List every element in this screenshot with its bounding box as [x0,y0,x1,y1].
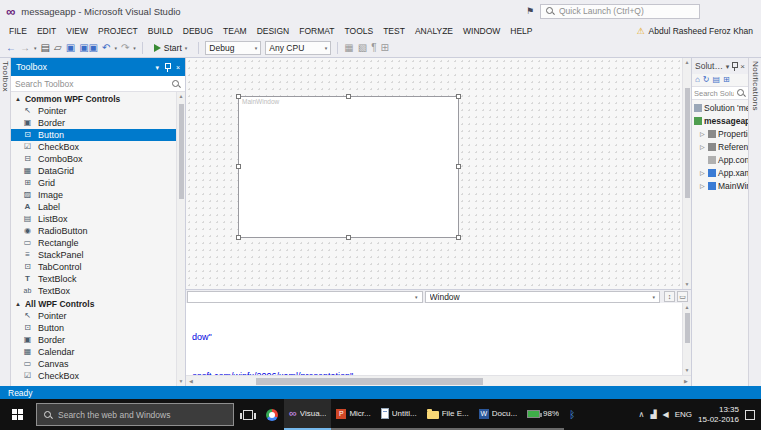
toolbox-item[interactable]: ListBox [11,213,176,225]
menu-item-format[interactable]: FORMAT [294,24,339,38]
signed-in-user[interactable]: ⚠ Abdul Rasheed Feroz Khan [636,26,757,36]
solution-explorer-header[interactable]: Solution Explorer ▾ × [692,58,748,74]
toolbox-item[interactable]: Pointer [11,310,176,322]
tree-item-properties[interactable]: ▷Properties [692,127,748,140]
start-button[interactable] [0,399,34,430]
pin-icon[interactable] [164,62,171,72]
scroll-down-icon[interactable]: ▼ [683,366,691,375]
design-window[interactable]: MainWindow [238,96,459,238]
indent-icon[interactable]: ⊞ [381,43,389,53]
home-icon[interactable]: ⌂ [695,76,700,84]
scrollbar-thumb[interactable] [179,104,184,199]
toolbox-item[interactable]: Border [11,117,176,129]
chevron-down-icon[interactable]: ▾ [133,45,136,51]
editor-horizontal-scrollbar[interactable]: ◀ ▶ [186,375,691,386]
toolbox-item[interactable]: TextBlock [11,273,176,285]
pin-icon[interactable] [731,61,738,71]
quick-launch-box[interactable] [540,4,700,19]
scroll-up-icon[interactable]: ▲ [177,92,185,101]
language-indicator[interactable]: ENG [675,410,692,419]
toolbox-item[interactable]: TextBox [11,285,176,297]
resize-handle[interactable] [456,164,461,169]
members-dropdown[interactable]: Window ▾ [425,291,661,303]
paragraph-icon[interactable]: ¶ [371,43,376,53]
menu-item-debug[interactable]: DEBUG [178,24,218,38]
xaml-editor[interactable]: dow" osoft.com/winfx/2006/xaml/presentat… [186,303,691,375]
resize-handle[interactable] [346,235,351,240]
menu-item-analyze[interactable]: ANALYZE [410,24,458,38]
new-file-icon[interactable]: ▤ [41,43,50,53]
close-icon[interactable]: × [176,64,180,71]
toolbox-item[interactable]: Border [11,334,176,346]
split-orientation-icon[interactable]: ▭ [677,291,688,302]
toolbox-item[interactable]: TabControl [11,261,176,273]
toolbox-tab[interactable]: Toolbox [1,61,10,386]
solution-search-box[interactable] [692,87,748,100]
tree-item-references[interactable]: ▷References [692,140,748,153]
design-surface[interactable]: MainWindow [186,58,682,289]
close-icon[interactable]: × [740,62,745,71]
tree-item-app-xaml[interactable]: ▷App.xaml [692,166,748,179]
scroll-up-icon[interactable]: ▲ [683,303,691,312]
window-position-icon[interactable]: ▾ [726,63,730,70]
show-hidden-icons[interactable]: ∧ [639,411,645,419]
editor-scrollbar[interactable]: ▲ ▼ [682,303,691,375]
debug-configuration-combo[interactable]: Debug ▾ [205,41,261,55]
redo-icon[interactable]: ↷ [121,43,129,53]
tree-item-mainwindow-xaml[interactable]: ▷MainWindow.xaml [692,179,748,192]
toolbox-category-common-wpf[interactable]: ▲ Common WPF Controls [11,92,176,105]
toolbox-item[interactable]: DataGrid [11,165,176,177]
network-icon[interactable]: ▟ [650,411,656,419]
scroll-down-icon[interactable]: ▼ [177,377,185,386]
menu-item-project[interactable]: PROJECT [93,24,143,38]
taskbar-app-notepad[interactable]: Untitl... [376,399,422,430]
toolbox-category-all-wpf[interactable]: ▲ All WPF Controls [11,297,176,310]
taskbar-search-box[interactable] [36,403,234,426]
taskbar-app-office[interactable]: P Micr... [331,399,375,430]
toolbox-item[interactable]: ComboBox [11,153,176,165]
toolbox-item[interactable]: Pointer [11,105,176,117]
toolbox-item[interactable]: Label [11,201,176,213]
menu-item-help[interactable]: HELP [505,24,537,38]
menu-item-window[interactable]: WINDOW [458,24,505,38]
scroll-up-icon[interactable]: ▲ [683,58,691,67]
resize-handle[interactable] [456,235,461,240]
toolbox-scrollbar[interactable]: ▲ ▼ [176,92,185,386]
scrollbar-thumb[interactable] [685,313,690,343]
taskbar-app-battery[interactable]: 98% [522,399,564,430]
scroll-left-icon[interactable]: ◀ [186,376,196,386]
toolbox-item[interactable]: Image [11,189,176,201]
taskbar-clock[interactable]: 13:35 15-02-2016 [698,405,739,425]
toolbox-item[interactable]: Grid [11,177,176,189]
taskbar-app-word[interactable]: W Docu... [474,399,522,430]
toolbox-header[interactable]: Toolbox ▾ × [11,58,185,76]
menu-item-view[interactable]: VIEW [61,24,93,38]
resize-handle[interactable] [236,235,241,240]
collapse-all-icon[interactable]: ▤ [713,76,721,84]
save-all-icon[interactable]: ▣▣ [79,43,98,53]
menu-item-edit[interactable]: EDIT [32,24,61,38]
show-all-files-icon[interactable]: ⊞ [723,76,730,84]
window-position-icon[interactable]: ▾ [155,64,159,71]
quick-launch-input[interactable] [559,6,695,16]
designer-scrollbar[interactable]: ▲ ▼ [682,58,691,289]
tree-item-app-config[interactable]: App.config [692,153,748,166]
taskbar-search-input[interactable] [58,410,227,420]
resize-handle[interactable] [236,164,241,169]
toolbox-item[interactable]: Calendar [11,346,176,358]
expander-icon[interactable]: ▷ [700,143,706,150]
resize-handle[interactable] [346,94,351,99]
tree-item-project[interactable]: messageapp [692,114,748,127]
expander-icon[interactable]: ▷ [700,169,706,176]
task-view-button[interactable] [236,399,260,430]
scrollbar-thumb[interactable] [685,88,690,198]
navigate-forward-icon[interactable]: → [20,43,30,53]
types-dropdown[interactable]: ▾ [187,291,423,303]
menu-item-test[interactable]: TEST [378,24,410,38]
taskbar-app-file-explorer[interactable]: File E... [422,399,474,430]
find-in-files-icon[interactable]: ▦ [344,43,353,53]
menu-item-design[interactable]: DESIGN [252,24,295,38]
undo-icon[interactable]: ↶ [102,43,110,53]
toolbox-item[interactable]: StackPanel [11,249,176,261]
toolbox-search-input[interactable] [15,79,168,89]
